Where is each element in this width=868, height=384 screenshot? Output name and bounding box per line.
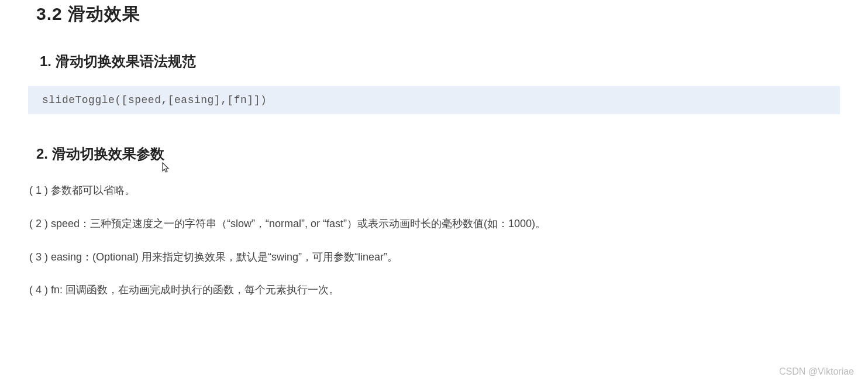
param-line-2: ( 2 ) speed：三种预定速度之一的字符串（“slow”，“normal”…	[29, 215, 840, 232]
watermark: CSDN @Viktoriae	[779, 366, 854, 377]
cursor-icon	[162, 162, 170, 177]
param-line-1: ( 1 ) 参数都可以省略。	[29, 182, 840, 199]
param-line-4: ( 4 ) fn: 回调函数，在动画完成时执行的函数，每个元素执行一次。	[29, 282, 840, 299]
section1-title: 1. 滑动切换效果语法规范	[40, 52, 840, 71]
param-line-3: ( 3 ) easing：(Optional) 用来指定切换效果，默认是“swi…	[29, 249, 840, 266]
document-container: 3.2 滑动效果 1. 滑动切换效果语法规范 slideToggle([spee…	[0, 0, 868, 299]
section2-title: 2. 滑动切换效果参数	[36, 145, 840, 163]
code-block: slideToggle([speed,[easing],[fn]])	[28, 86, 840, 114]
main-heading: 3.2 滑动效果	[36, 2, 840, 26]
